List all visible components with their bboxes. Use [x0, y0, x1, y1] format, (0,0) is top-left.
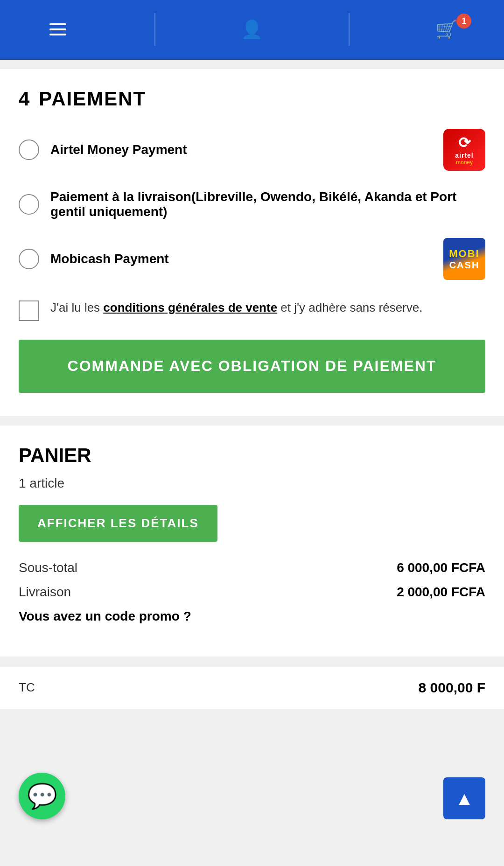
mobicash-mobi-text: MOBI — [449, 248, 479, 260]
app-header: 👤 🛒 1 — [0, 0, 504, 60]
details-button[interactable]: AFFICHER LES DÉTAILS — [19, 505, 217, 542]
radio-livraison[interactable] — [19, 194, 39, 215]
section-label: PAIEMENT — [39, 88, 146, 110]
airtel-symbol: ⟳ — [458, 134, 471, 152]
sous-total-label: Sous-total — [19, 560, 77, 575]
airtel-text: airtel — [455, 152, 473, 159]
terms-row: J'ai lu les conditions générales de vent… — [19, 299, 485, 321]
footer-total-bar: TC 8 000,00 F — [0, 666, 504, 709]
profile-button[interactable]: 👤 — [233, 19, 271, 40]
terms-before: J'ai lu les — [50, 300, 103, 314]
menu-button[interactable] — [39, 23, 77, 35]
mobicash-logo: MOBI CASH — [443, 238, 485, 280]
sous-total-row: Sous-total 6 000,00 FCFA — [19, 560, 485, 575]
footer-total-value: 8 000,00 F — [419, 680, 485, 696]
livraison-row: Livraison 2 000,00 FCFA — [19, 585, 485, 600]
airtel-logo: ⟳ airtel money — [443, 129, 485, 171]
section-number: 4 — [19, 88, 29, 110]
hamburger-icon — [49, 23, 66, 35]
terms-text: J'ai lu les conditions générales de vent… — [50, 299, 422, 317]
livraison-row-label: Livraison — [19, 585, 71, 600]
order-button[interactable]: COMMANDE AVEC OBLIGATION DE PAIEMENT — [19, 340, 485, 393]
payment-option-livraison[interactable]: Paiement à la livraison(Libreville, Owen… — [19, 189, 485, 219]
footer-total-label: TC — [19, 680, 35, 695]
radio-mobicash[interactable] — [19, 249, 39, 269]
header-divider-1 — [154, 13, 155, 46]
cart-icon: 🛒 — [435, 19, 457, 40]
terms-checkbox[interactable] — [19, 300, 39, 321]
cart-badge: 1 — [456, 14, 471, 28]
main-content: 4 PAIEMENT Airtel Money Payment ⟳ airtel… — [0, 69, 504, 709]
cart-button[interactable]: 🛒 1 — [427, 19, 465, 40]
promo-label: Vous avez un code promo ? — [19, 609, 485, 624]
profile-icon: 👤 — [241, 19, 263, 40]
header-divider-2 — [349, 13, 350, 46]
mobicash-label: Mobicash Payment — [50, 251, 432, 266]
article-count: 1 article — [19, 476, 485, 491]
section-title: 4 PAIEMENT — [19, 88, 485, 110]
mobicash-cash-text: CASH — [449, 260, 480, 271]
livraison-label: Paiement à la livraison(Libreville, Owen… — [50, 189, 485, 219]
livraison-row-value: 2 000,00 FCFA — [397, 585, 485, 600]
payment-option-airtel[interactable]: Airtel Money Payment ⟳ airtel money — [19, 129, 485, 171]
panier-card: PANIER 1 article AFFICHER LES DÉTAILS So… — [0, 426, 504, 656]
panier-title: PANIER — [19, 444, 485, 467]
terms-link[interactable]: conditions générales de vente — [103, 300, 277, 314]
sous-total-value: 6 000,00 FCFA — [397, 560, 485, 575]
airtel-money-text: money — [456, 159, 473, 166]
terms-after: et j'y adhère sans réserve. — [277, 300, 422, 314]
airtel-label: Airtel Money Payment — [50, 142, 432, 157]
payment-option-mobicash[interactable]: Mobicash Payment MOBI CASH — [19, 238, 485, 280]
payment-card: 4 PAIEMENT Airtel Money Payment ⟳ airtel… — [0, 69, 504, 416]
radio-airtel[interactable] — [19, 140, 39, 160]
